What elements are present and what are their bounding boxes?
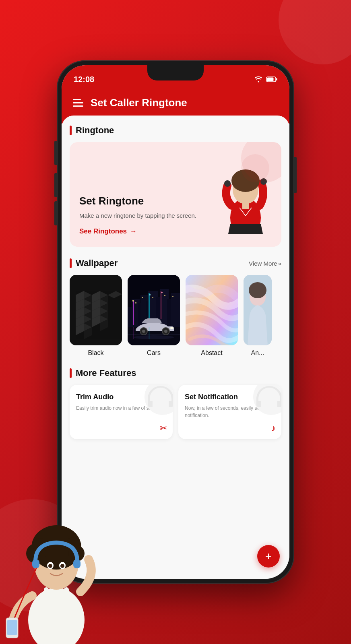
ringtone-section-header: Ringtone bbox=[70, 125, 281, 136]
wallpaper-section: Wallpaper View More » bbox=[70, 258, 281, 357]
card-bg-shape-2 bbox=[241, 154, 269, 182]
ringtone-card-content: Set Ringtone Make a new ringtone by tapp… bbox=[79, 195, 219, 236]
more-features-section: More Features Trim Audio Easily trim aud… bbox=[70, 368, 281, 439]
svg-point-82 bbox=[134, 335, 174, 339]
notification-icon: ♪ bbox=[271, 423, 276, 433]
menu-button[interactable] bbox=[73, 99, 83, 107]
svg-point-9 bbox=[48, 564, 52, 568]
svg-rect-73 bbox=[164, 295, 165, 296]
feature-card-notification[interactable]: Set Notification Now, in a few of second… bbox=[178, 385, 281, 439]
svg-point-80 bbox=[164, 330, 167, 333]
wallpaper-thumb-cars bbox=[128, 275, 180, 345]
wallpaper-title-wrap: Wallpaper bbox=[70, 258, 118, 268]
menu-line-3 bbox=[73, 105, 83, 107]
wallpaper-label-cars: Cars bbox=[147, 349, 161, 357]
wallpaper-thumb-abstract bbox=[186, 275, 238, 345]
wallpaper-thumb-black bbox=[70, 275, 122, 345]
svg-point-0 bbox=[28, 588, 85, 644]
status-icons bbox=[254, 76, 277, 83]
see-ringtones-arrow: → bbox=[130, 227, 137, 235]
headphone-decoration-2 bbox=[253, 385, 281, 415]
more-features-section-bar bbox=[70, 368, 72, 378]
svg-rect-14 bbox=[7, 620, 17, 635]
svg-rect-69 bbox=[142, 297, 143, 298]
wallpaper-item-black[interactable]: Black bbox=[70, 275, 122, 357]
svg-rect-12 bbox=[73, 559, 81, 568]
status-time: 12:08 bbox=[74, 75, 94, 84]
fab-icon: + bbox=[265, 550, 272, 563]
more-features-title-wrap: More Features bbox=[70, 368, 136, 378]
headphone-decoration bbox=[145, 385, 173, 415]
bg-decoration-top bbox=[279, 0, 351, 64]
view-more-arrow: » bbox=[278, 260, 281, 267]
ringtone-card[interactable]: Set Ringtone Make a new ringtone by tapp… bbox=[70, 142, 281, 247]
trim-audio-icon: ✂ bbox=[160, 423, 167, 433]
wallpaper-item-abstract[interactable]: Abstact bbox=[186, 275, 238, 357]
app-title: Set Caller Ringtone bbox=[91, 97, 187, 109]
svg-rect-70 bbox=[149, 294, 151, 295]
wallpaper-section-header: Wallpaper View More » bbox=[70, 258, 281, 268]
battery-icon bbox=[266, 76, 277, 83]
wallpaper-grid: Black bbox=[70, 275, 281, 357]
svg-rect-72 bbox=[161, 292, 163, 293]
svg-rect-67 bbox=[132, 300, 134, 301]
svg-rect-21 bbox=[242, 202, 249, 209]
see-ringtones-button[interactable]: See Ringtones → bbox=[79, 227, 219, 235]
ringtone-section-title: Ringtone bbox=[76, 125, 114, 136]
see-ringtones-label: See Ringtones bbox=[79, 227, 127, 235]
svg-point-10 bbox=[60, 564, 64, 568]
svg-rect-11 bbox=[32, 559, 39, 568]
wallpaper-item-anime[interactable]: An... bbox=[244, 275, 272, 357]
fab-button[interactable]: + bbox=[257, 545, 280, 568]
svg-point-78 bbox=[142, 330, 145, 333]
svg-point-88 bbox=[249, 282, 266, 298]
svg-rect-16 bbox=[267, 78, 274, 81]
feature-card-trim-audio[interactable]: Trim Audio Easily trim audio now in a fe… bbox=[70, 385, 173, 439]
ringtone-card-desc: Make a new ringtone by tapping the scree… bbox=[79, 211, 219, 221]
woman-decoration bbox=[0, 491, 113, 644]
svg-point-81 bbox=[170, 327, 173, 329]
menu-line-2 bbox=[73, 102, 83, 103]
wifi-icon bbox=[254, 76, 263, 83]
menu-line-1 bbox=[73, 99, 81, 100]
svg-rect-71 bbox=[152, 297, 153, 298]
more-features-header: More Features bbox=[70, 368, 281, 378]
wallpaper-label-anime: An... bbox=[251, 349, 264, 357]
svg-rect-64 bbox=[133, 301, 134, 325]
wallpaper-section-title: Wallpaper bbox=[76, 258, 118, 268]
svg-rect-76 bbox=[128, 334, 180, 335]
wallpaper-thumb-anime bbox=[244, 275, 272, 345]
view-more-label: View More bbox=[249, 260, 277, 267]
svg-rect-66 bbox=[161, 291, 161, 319]
wallpaper-label-abstract: Abstact bbox=[201, 349, 222, 357]
more-features-title: More Features bbox=[76, 368, 136, 378]
svg-point-22 bbox=[224, 180, 231, 187]
bottom-spacer bbox=[70, 447, 281, 479]
svg-rect-74 bbox=[172, 296, 173, 297]
phone-notch bbox=[147, 65, 204, 80]
ringtone-title-wrap: Ringtone bbox=[70, 125, 114, 136]
svg-rect-68 bbox=[135, 302, 136, 303]
ringtone-section-bar bbox=[70, 126, 72, 135]
ringtone-card-title: Set Ringtone bbox=[79, 195, 219, 207]
svg-rect-84 bbox=[149, 327, 150, 339]
svg-rect-17 bbox=[276, 78, 277, 80]
wallpaper-section-bar bbox=[70, 258, 72, 268]
svg-rect-83 bbox=[133, 327, 134, 339]
view-more-button[interactable]: View More » bbox=[249, 260, 281, 267]
features-grid: Trim Audio Easily trim audio now in a fe… bbox=[70, 385, 281, 439]
wallpaper-item-cars[interactable]: Cars bbox=[128, 275, 180, 357]
wallpaper-label-black: Black bbox=[88, 349, 103, 357]
